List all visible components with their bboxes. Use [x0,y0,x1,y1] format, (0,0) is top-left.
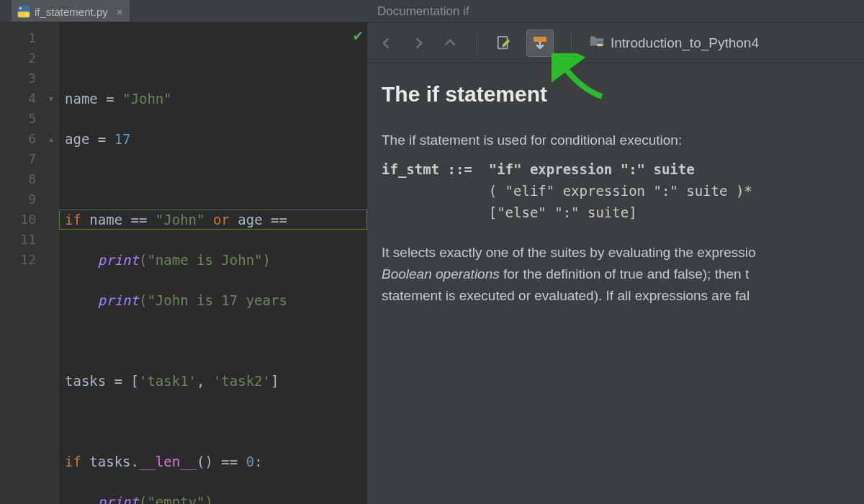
line-number: 2 [0,48,36,68]
line-number: 6 [0,129,36,149]
svg-rect-5 [534,37,546,42]
doc-paragraph: It selects exactly one of the suites by … [382,242,850,307]
line-number: 1 [0,28,36,48]
close-icon[interactable]: × [117,6,123,18]
line-number: 9 [0,189,36,210]
fold-end-icon: ▴ [46,134,56,144]
line-number: 11 [0,230,36,250]
line-number-gutter: 1 2 3 4 5 6 7 8 9 10 11 12 [0,22,43,504]
python-folder-icon [589,33,605,53]
svg-point-2 [19,7,21,9]
editor-body: 1 2 3 4 5 6 7 8 9 10 11 12 ▾ ▴ ✔ name = … [0,22,367,504]
python-file-icon [17,5,30,18]
inspection-ok-icon: ✔ [354,25,363,45]
line-number: 12 [0,250,36,270]
line-number: 10 [0,210,36,230]
doc-heading: The if statement [382,84,850,105]
documentation-title-bar: Documentation if [367,0,864,23]
code-area[interactable]: ✔ name = "John" age = 17 if name == "Joh… [59,22,367,504]
line-number: 8 [0,169,36,189]
breadcrumb[interactable]: Introduction_to_Python4 [589,33,759,53]
line-number: 3 [0,68,36,89]
documentation-content: The if statement The if statement is use… [367,63,864,504]
breadcrumb-label: Introduction_to_Python4 [611,35,759,51]
editor-pane: if_statement.py × 1 2 3 4 5 6 7 8 9 10 1… [0,0,367,504]
fold-toggle-icon[interactable]: ▾ [46,94,56,104]
tab-label: if_statement.py [35,6,108,18]
doc-grammar: if_stmt ::= "if" expression ":" suite ( … [382,158,850,223]
documentation-title: Documentation if [377,4,469,19]
fold-strip: ▾ ▴ [43,22,59,504]
documentation-pane: Documentation if Introduction_to_Python4 [367,0,864,504]
up-button[interactable] [441,34,459,53]
forward-button[interactable] [409,34,428,53]
svg-point-3 [26,14,27,15]
line-number: 4 [0,89,36,109]
line-number: 7 [0,149,36,169]
line-number: 5 [0,109,36,129]
documentation-toolbar: Introduction_to_Python4 [367,23,864,63]
doc-intro: The if statement is used for conditional… [382,130,850,151]
toggle-auto-show-button[interactable] [526,30,554,57]
back-button[interactable] [377,34,396,53]
svg-rect-7 [597,44,603,47]
tab-bar: if_statement.py × [0,0,367,22]
svg-rect-1 [18,12,30,17]
tab-if-statement[interactable]: if_statement.py × [12,0,130,22]
edit-source-button[interactable] [495,34,513,53]
